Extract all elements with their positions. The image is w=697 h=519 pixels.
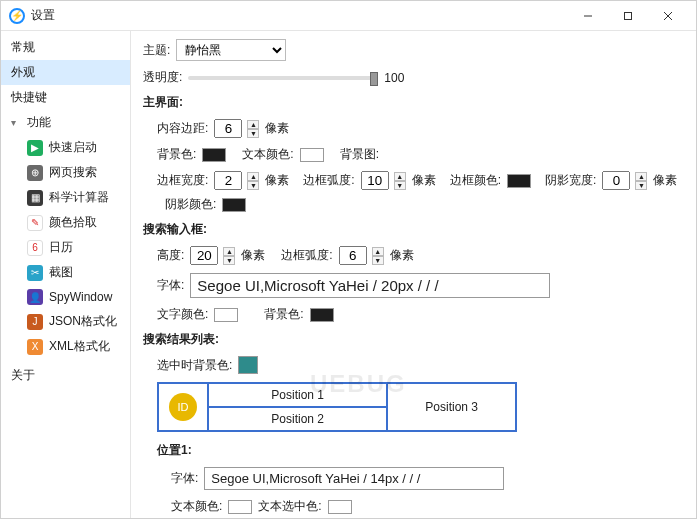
opacity-value: 100 [384,71,404,85]
content-pane: 主题: 静怡黑 透明度: 100 主界面: 内容边距: ▲▼ 像素 背景色: 文… [131,31,696,518]
sidebar-item-about[interactable]: 关于 [1,363,130,388]
sidebar-item-spywindow[interactable]: 👤SpyWindow [1,285,130,309]
id-badge: ID [169,393,197,421]
borderc-label: 边框颜色: [450,172,501,189]
textcolor-swatch[interactable] [300,148,324,162]
si-font-label: 字体: [157,277,184,294]
sidebar-item-jsonfmt[interactable]: JJSON格式化 [1,309,130,334]
pos1-title: 位置1: [143,442,684,459]
sidebar-item-appearance[interactable]: 外观 [1,60,130,85]
sidebar-item-general[interactable]: 常规 [1,35,130,60]
si-textc-label: 文字颜色: [157,306,208,323]
si-height-input[interactable] [190,246,218,265]
eyedropper-icon: ✎ [27,215,43,231]
spy-icon: 👤 [27,289,43,305]
p1-textc-swatch[interactable] [228,500,252,514]
p1-font-label: 字体: [171,470,198,487]
p1-textc-label: 文本颜色: [171,498,222,515]
rl-selbg-label: 选中时背景色: [157,357,232,374]
bgcolor-label: 背景色: [157,146,196,163]
sidebar-item-calculator[interactable]: ▦科学计算器 [1,185,130,210]
si-height-label: 高度: [157,247,184,264]
si-textc-swatch[interactable] [214,308,238,322]
rl-selbg-swatch[interactable] [238,356,258,374]
si-bgc-label: 背景色: [264,306,303,323]
maximize-button[interactable] [608,2,648,30]
padding-unit: 像素 [265,120,289,137]
textcolor-label: 文本颜色: [242,146,293,163]
p1-seltextc-swatch[interactable] [328,500,352,514]
xml-icon: X [27,339,43,355]
shadoww-input[interactable] [602,171,630,190]
calendar-icon: 6 [27,240,43,256]
padding-stepper[interactable]: ▲▼ [247,120,259,138]
p1-font-field[interactable]: Segoe UI,Microsoft YaHei / 14px / / / [204,467,504,490]
shadowc-swatch[interactable] [222,198,246,212]
chevron-down-icon: ▾ [11,117,21,128]
borderw-input[interactable] [214,171,242,190]
p1-seltextc-label: 文本选中色: [258,498,321,515]
sidebar-item-hotkeys[interactable]: 快捷键 [1,85,130,110]
si-radius-stepper[interactable]: ▲▼ [372,247,384,265]
padding-input[interactable] [214,119,242,138]
opacity-label: 透明度: [143,69,182,86]
pos2-cell: Position 2 [209,408,386,430]
sidebar-item-colorpicker[interactable]: ✎颜色拾取 [1,210,130,235]
sidebar-item-xmlfmt[interactable]: XXML格式化 [1,334,130,359]
borderw-stepper[interactable]: ▲▼ [247,172,259,190]
si-height-stepper[interactable]: ▲▼ [223,247,235,265]
search-input-title: 搜索输入框: [143,221,684,238]
borderr-stepper[interactable]: ▲▼ [394,172,406,190]
window-title: 设置 [31,7,568,24]
svg-rect-1 [625,12,632,19]
position-diagram: ID Position 1 Position 2 Position 3 [157,382,517,432]
borderr-label: 边框弧度: [303,172,354,189]
pos3-cell: Position 3 [388,384,515,430]
borderc-swatch[interactable] [507,174,531,188]
titlebar: ⚡ 设置 [1,1,696,31]
globe-icon: ⊕ [27,165,43,181]
si-font-field[interactable]: Segoe UI,Microsoft YaHei / 20px / / / [190,273,550,298]
shadoww-stepper[interactable]: ▲▼ [635,172,647,190]
pos1-cell: Position 1 [209,384,386,408]
bgcolor-swatch[interactable] [202,148,226,162]
play-icon: ▶ [27,140,43,156]
shadowc-label: 阴影颜色: [165,196,216,213]
shadoww-label: 阴影宽度: [545,172,596,189]
main-panel-title: 主界面: [143,94,684,111]
sidebar-item-screenshot[interactable]: ✂截图 [1,260,130,285]
result-list-title: 搜索结果列表: [143,331,684,348]
app-icon: ⚡ [9,8,25,24]
si-radius-input[interactable] [339,246,367,265]
json-icon: J [27,314,43,330]
sidebar-item-features[interactable]: ▾功能 [1,110,130,135]
theme-label: 主题: [143,42,170,59]
si-radius-label: 边框弧度: [281,247,332,264]
padding-label: 内容边距: [157,120,208,137]
theme-select[interactable]: 静怡黑 [176,39,286,61]
bgimage-label: 背景图: [340,146,379,163]
minimize-button[interactable] [568,2,608,30]
sidebar-item-websearch[interactable]: ⊕网页搜索 [1,160,130,185]
borderw-label: 边框宽度: [157,172,208,189]
scissors-icon: ✂ [27,265,43,281]
sidebar: 常规 外观 快捷键 ▾功能 ▶快速启动 ⊕网页搜索 ▦科学计算器 ✎颜色拾取 6… [1,31,131,518]
sidebar-item-quicklaunch[interactable]: ▶快速启动 [1,135,130,160]
si-bgc-swatch[interactable] [310,308,334,322]
opacity-slider[interactable] [188,76,378,80]
close-button[interactable] [648,2,688,30]
borderr-input[interactable] [361,171,389,190]
grid-icon: ▦ [27,190,43,206]
sidebar-item-calendar[interactable]: 6日历 [1,235,130,260]
